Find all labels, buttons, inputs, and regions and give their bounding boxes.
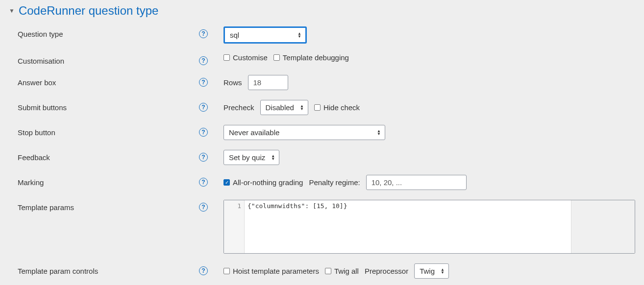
hide-check-checkbox[interactable]: Hide check <box>314 103 360 112</box>
help-icon[interactable]: ? <box>199 103 208 112</box>
checkbox-label-text: Hoist template parameters <box>233 267 319 275</box>
help-icon[interactable]: ? <box>199 178 208 187</box>
select-value: Never available <box>229 128 279 137</box>
row-customisation: Customisation ? Customise Template debug… <box>9 53 635 65</box>
select-value: Twig <box>420 267 435 275</box>
all-or-nothing-checkbox[interactable]: All-or-nothing grading <box>223 178 303 187</box>
editor-minimap <box>571 200 635 253</box>
checkbox-label-text: All-or-nothing grading <box>233 178 303 187</box>
label-template-params: Template params <box>18 203 74 212</box>
section-title: CodeRunner question type <box>19 4 159 18</box>
row-stop-button: Stop button ? Never available ▲▼ <box>9 125 635 140</box>
checkbox-icon <box>223 54 230 61</box>
row-template-params: Template params ? 1 {"columnwidths": [15… <box>9 200 635 254</box>
row-marking: Marking ? All-or-nothing grading Penalty… <box>9 175 635 190</box>
stop-button-select[interactable]: Never available ▲▼ <box>223 125 385 140</box>
preprocessor-select[interactable]: Twig ▲▼ <box>414 263 449 279</box>
precheck-select[interactable]: Disabled ▲▼ <box>260 100 308 115</box>
row-feedback: Feedback ? Set by quiz ▲▼ <box>9 150 635 165</box>
row-question-type: Question type ? sql ▲▼ <box>9 26 635 44</box>
updown-icon: ▲▼ <box>441 268 445 274</box>
penalty-regime-input[interactable] <box>366 175 467 190</box>
checkbox-icon <box>314 104 321 111</box>
checkbox-label-text: Hide check <box>323 103 360 112</box>
checkbox-label-text: Twig all <box>334 267 359 275</box>
help-icon[interactable]: ? <box>199 29 208 38</box>
select-value: sql <box>230 31 239 39</box>
template-debugging-checkbox[interactable]: Template debugging <box>273 53 349 62</box>
twig-all-checkbox[interactable]: Twig all <box>325 267 359 275</box>
label-feedback: Feedback <box>18 153 50 162</box>
label-question-type: Question type <box>18 30 63 38</box>
help-icon[interactable]: ? <box>199 128 208 137</box>
select-value: Set by quiz <box>229 153 265 162</box>
penalty-regime-label: Penalty regime: <box>309 178 360 187</box>
checkbox-label-text: Template debugging <box>283 53 349 62</box>
template-params-editor[interactable]: 1 {"columnwidths": [15, 10]} <box>223 200 635 254</box>
help-icon[interactable]: ? <box>199 78 208 87</box>
checkbox-icon <box>223 268 230 274</box>
precheck-label: Precheck <box>223 103 254 112</box>
rows-label: Rows <box>223 78 242 87</box>
updown-icon: ▲▼ <box>377 130 381 136</box>
row-submit-buttons: Submit buttons ? Precheck Disabled ▲▼ Hi… <box>9 100 635 115</box>
checkbox-label-text: Customise <box>233 53 268 62</box>
checkbox-icon <box>325 268 331 274</box>
question-type-select[interactable]: sql ▲▼ <box>223 26 307 44</box>
help-icon[interactable]: ? <box>199 266 208 275</box>
checkbox-checked-icon <box>223 179 230 186</box>
row-answer-box: Answer box ? Rows <box>9 75 635 90</box>
label-stop-button: Stop button <box>18 128 55 137</box>
label-submit-buttons: Submit buttons <box>18 103 67 112</box>
label-template-param-controls: Template param controls <box>18 267 98 275</box>
select-value: Disabled <box>266 103 294 112</box>
customise-checkbox[interactable]: Customise <box>223 53 268 62</box>
label-marking: Marking <box>18 178 44 187</box>
checkbox-icon <box>273 54 280 61</box>
hoist-checkbox[interactable]: Hoist template parameters <box>223 267 319 275</box>
help-icon[interactable]: ? <box>199 153 208 162</box>
preprocessor-label: Preprocessor <box>365 267 408 275</box>
line-number: 1 <box>224 202 241 210</box>
editor-content[interactable]: {"columnwidths": [15, 10]} <box>245 200 571 253</box>
label-customisation: Customisation <box>18 57 64 65</box>
rows-input[interactable] <box>248 75 288 90</box>
feedback-select[interactable]: Set by quiz ▲▼ <box>223 150 279 165</box>
editor-gutter: 1 <box>224 200 245 253</box>
help-icon[interactable]: ? <box>199 56 208 65</box>
caret-down-icon: ▼ <box>9 7 15 14</box>
section-header[interactable]: ▼ CodeRunner question type <box>9 4 635 18</box>
label-answer-box: Answer box <box>18 78 56 87</box>
help-icon[interactable]: ? <box>199 203 208 212</box>
row-template-param-controls: Template param controls ? Hoist template… <box>9 263 635 279</box>
updown-icon: ▲▼ <box>300 105 304 111</box>
updown-icon: ▲▼ <box>297 32 301 38</box>
updown-icon: ▲▼ <box>271 155 275 161</box>
